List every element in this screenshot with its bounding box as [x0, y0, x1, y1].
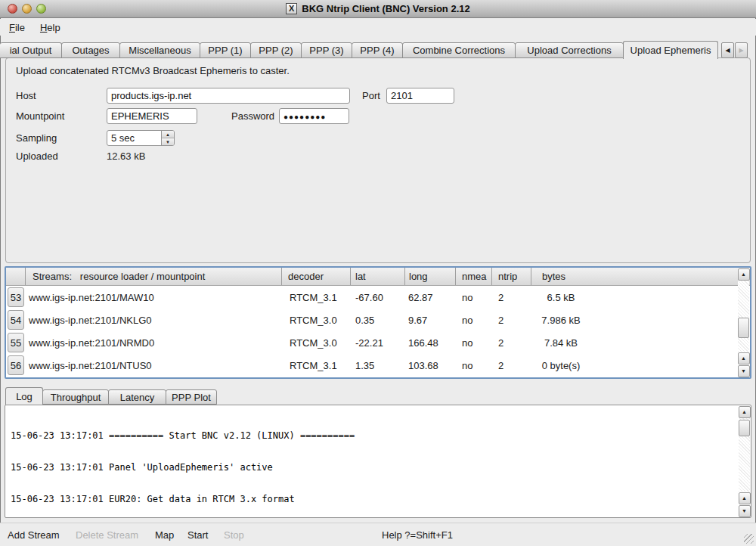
cell-bytes: 0 byte(s) [531, 360, 737, 371]
row-header-button[interactable]: 55 [8, 333, 24, 352]
upload-ephemeris-panel: Upload concatenated RTCMv3 Broadcast Eph… [5, 57, 751, 263]
menu-help-accel: H [40, 22, 47, 33]
cell-long: 9.67 [405, 315, 456, 326]
tab-scroll-left-button[interactable]: ◀ [721, 42, 734, 58]
tab-ppp-2[interactable]: PPP (2) [250, 42, 302, 58]
col-header-ntrip[interactable]: ntrip [492, 268, 531, 285]
map-button[interactable]: Map [155, 529, 174, 541]
row-header-button[interactable]: 56 [8, 355, 24, 375]
sampling-spin-buttons: ▲ ▼ [161, 131, 174, 145]
col-header-long[interactable]: long [405, 268, 456, 285]
col-header-bytes[interactable]: bytes [531, 268, 750, 285]
streams-table-body: 53 www.igs-ip.net:2101/MAW10 RTCM_3.1 -6… [6, 286, 737, 377]
delete-stream-button: Delete Stream [76, 529, 138, 541]
menu-file-accel: F [9, 22, 15, 33]
cell-lat: -22.21 [351, 337, 405, 349]
scroll-up-button[interactable]: ▲ [739, 406, 751, 418]
scrollbar-thumb[interactable] [738, 318, 749, 338]
cell-decoder: RTCM_3.0 [282, 337, 351, 349]
tab-log[interactable]: Log [5, 387, 43, 405]
row-header-button[interactable]: 53 [8, 287, 24, 307]
log-scrollbar[interactable]: ▲ ▲ ▼ [738, 405, 751, 517]
sampling-value: 5 sec [107, 131, 161, 145]
tab-ppp-3[interactable]: PPP (3) [301, 42, 352, 58]
col-header-streams[interactable]: Streams: resource loader / mountpoint [26, 268, 282, 285]
cell-lat: 0.35 [351, 315, 405, 326]
cell-bytes: 7.986 kB [531, 315, 737, 326]
minimize-button[interactable] [22, 4, 32, 14]
tab-outages[interactable]: Outages [61, 42, 120, 58]
sampling-label: Sampling [16, 132, 57, 144]
title-bar: X BKG Ntrip Client (BNC) Version 2.12 [0, 0, 756, 18]
scrollbar-track[interactable] [738, 281, 749, 352]
scrollbar-track[interactable] [739, 418, 750, 492]
arrow-up-icon: ▲ [741, 355, 746, 361]
cell-lat: -67.60 [351, 292, 405, 303]
menu-help[interactable]: Help [39, 20, 62, 35]
menu-file[interactable]: File [8, 20, 26, 35]
cell-nmea: no [456, 337, 492, 349]
cell-mountpoint: www.igs-ip.net:2101/NKLG0 [26, 315, 282, 326]
tab-ppp-plot[interactable]: PPP Plot [166, 389, 217, 405]
table-row[interactable]: 53 www.igs-ip.net:2101/MAW10 RTCM_3.1 -6… [6, 286, 737, 309]
scroll-up-button-bottom[interactable]: ▲ [738, 352, 750, 365]
spin-down-button[interactable]: ▼ [162, 138, 174, 145]
password-input[interactable] [279, 108, 349, 124]
bytes-value: 6.5 kB [531, 292, 590, 303]
arrow-up-icon: ▲ [741, 271, 746, 277]
add-stream-button[interactable]: Add Stream [8, 529, 60, 541]
scroll-down-button[interactable]: ▼ [738, 365, 750, 377]
password-label: Password [231, 110, 274, 122]
cell-nmea: no [456, 315, 492, 326]
tab-combine-corrections[interactable]: Combine Corrections [402, 42, 516, 58]
chevron-left-icon: ◀ [725, 47, 730, 54]
start-button[interactable]: Start [187, 529, 208, 541]
arrow-down-icon: ▼ [742, 508, 747, 513]
cell-ntrip: 2 [492, 337, 531, 349]
tab-upload-corrections[interactable]: Upload Corrections [515, 42, 624, 58]
tab-upload-ephemeris[interactable]: Upload Ephemeris [623, 41, 718, 59]
col-header-decoder[interactable]: decoder [282, 268, 351, 285]
stop-button: Stop [224, 529, 244, 541]
tab-scroll-right-button[interactable]: ▶ [735, 42, 748, 58]
zoom-button[interactable] [36, 4, 46, 14]
resize-grip[interactable] [744, 534, 754, 544]
window-title: BKG Ntrip Client (BNC) Version 2.12 [302, 3, 469, 14]
tab-ppp-4[interactable]: PPP (4) [352, 42, 403, 58]
cell-long: 166.48 [405, 337, 456, 349]
row-header-button[interactable]: 54 [8, 310, 24, 330]
cell-long: 62.87 [405, 292, 456, 303]
panel-description: Upload concatenated RTCMv3 Broadcast Eph… [16, 65, 290, 76]
bnc-window: X BKG Ntrip Client (BNC) Version 2.12 Fi… [0, 0, 756, 546]
host-input[interactable] [107, 88, 350, 104]
bottom-toolbar: Add Stream Delete Stream Map Start Stop … [0, 523, 756, 546]
cell-decoder: RTCM_3.0 [282, 315, 351, 326]
table-corner-cell [6, 268, 26, 285]
tab-throughput[interactable]: Throughput [42, 389, 109, 405]
col-header-nmea[interactable]: nmea [456, 268, 492, 285]
port-input[interactable] [386, 88, 454, 104]
table-row[interactable]: 56 www.igs-ip.net:2101/NTUS0 RTCM_3.1 1.… [6, 354, 737, 377]
uploaded-value: 12.63 kB [107, 150, 145, 162]
tab-latency[interactable]: Latency [108, 389, 166, 405]
scroll-down-button[interactable]: ▼ [739, 505, 751, 517]
streams-scrollbar[interactable]: ▲ ▲ ▼ [737, 268, 750, 377]
close-button[interactable] [8, 4, 17, 14]
mountpoint-input[interactable] [107, 108, 197, 124]
cell-mountpoint: www.igs-ip.net:2101/NRMD0 [26, 337, 282, 349]
scroll-up-button[interactable]: ▲ [738, 268, 750, 281]
log-text[interactable]: 15-06-23 13:17:01 ========== Start BNC v… [5, 405, 738, 517]
port-label: Port [362, 90, 380, 101]
sampling-spinbox[interactable]: 5 sec ▲ ▼ [107, 130, 175, 146]
tab-ppp-1[interactable]: PPP (1) [200, 42, 251, 58]
cell-bytes: 7.84 kB [531, 337, 737, 349]
tab-serial-output[interactable]: ial Output [0, 42, 62, 58]
tab-miscellaneous[interactable]: Miscellaneous [119, 42, 200, 58]
scrollbar-thumb[interactable] [739, 420, 750, 436]
table-row[interactable]: 55 www.igs-ip.net:2101/NRMD0 RTCM_3.0 -2… [6, 331, 737, 354]
table-row[interactable]: 54 www.igs-ip.net:2101/NKLG0 RTCM_3.0 0.… [6, 309, 737, 331]
scroll-up-button-bottom[interactable]: ▲ [739, 492, 751, 504]
col-header-lat[interactable]: lat [351, 268, 405, 285]
arrow-down-icon: ▼ [166, 140, 170, 144]
spin-up-button[interactable]: ▲ [162, 131, 174, 138]
